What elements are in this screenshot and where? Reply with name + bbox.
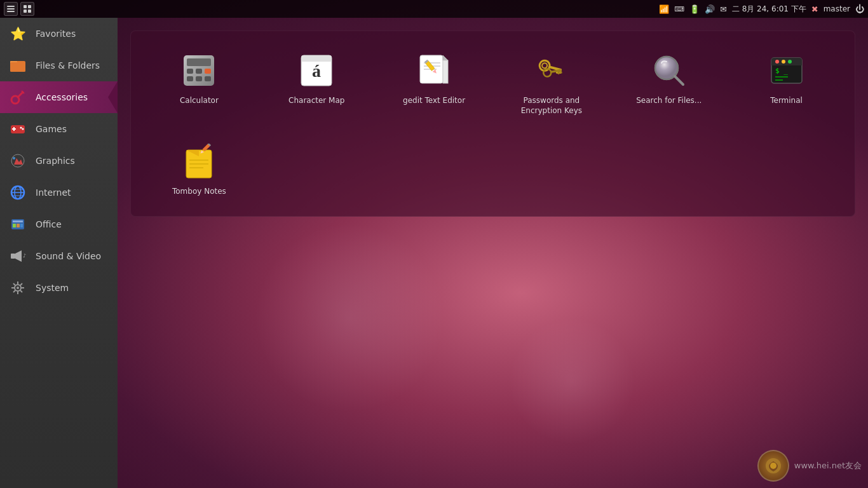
battery-icon: 🔋 xyxy=(689,4,700,14)
svg-point-80 xyxy=(775,60,779,64)
search-files-icon xyxy=(649,50,689,91)
svg-rect-1 xyxy=(7,8,15,10)
svg-line-40 xyxy=(20,290,22,292)
svg-rect-5 xyxy=(24,10,27,13)
svg-rect-29 xyxy=(20,224,23,227)
sidebar-item-office[interactable]: Office xyxy=(0,208,118,240)
app-item-search-files[interactable]: Search for Files... xyxy=(613,44,724,122)
svg-rect-28 xyxy=(17,224,20,227)
svg-point-19 xyxy=(13,157,15,159)
username: master xyxy=(824,4,850,13)
email-icon: ✉ xyxy=(720,4,727,14)
gedit-label: gedit Text Editor xyxy=(403,96,465,106)
sidebar-item-internet[interactable]: Internet xyxy=(0,177,118,208)
svg-rect-44 xyxy=(187,58,211,66)
power-button[interactable]: ⏻ xyxy=(855,4,864,14)
svg-rect-47 xyxy=(205,69,211,74)
sidebar-label-graphics: Graphics xyxy=(36,156,75,166)
svg-point-82 xyxy=(788,60,792,64)
top-panel-right: 📶 ⌨ 🔋 🔊 ✉ 二 8月 24, 6:01 下午 ✖ master ⏻ xyxy=(659,4,864,15)
sidebar-label-files: Files & Folders xyxy=(36,60,100,71)
svg-point-70 xyxy=(543,69,552,78)
search-files-label: Search for Files... xyxy=(636,96,702,106)
svg-point-81 xyxy=(782,60,785,64)
sidebar-item-accessories[interactable]: Accessories xyxy=(0,81,118,113)
sidebar-label-office: Office xyxy=(36,219,62,229)
files-folders-icon xyxy=(8,55,28,76)
sidebar-label-accessories: Accessories xyxy=(36,92,88,102)
watermark-logo xyxy=(757,450,789,482)
svg-rect-48 xyxy=(187,76,193,81)
svg-rect-49 xyxy=(196,76,202,81)
svg-rect-4 xyxy=(28,5,31,8)
app-grid-container: Calculator á Character Map xyxy=(130,30,855,217)
svg-point-34 xyxy=(17,287,19,289)
places-button[interactable] xyxy=(20,2,34,16)
watermark-url: www.hei.net友会 xyxy=(794,460,862,471)
svg-line-42 xyxy=(13,290,15,292)
svg-text:♪: ♪ xyxy=(23,253,26,259)
terminal-icon: $ _ xyxy=(766,50,807,91)
character-map-icon: á xyxy=(296,50,337,91)
sidebar-label-internet: Internet xyxy=(36,187,71,198)
graphics-icon xyxy=(8,151,28,171)
keyboard-icon: ⌨ xyxy=(674,5,684,13)
app-item-terminal[interactable]: $ _ Terminal xyxy=(731,44,842,122)
svg-point-17 xyxy=(22,128,24,130)
svg-text:$ _: $ _ xyxy=(775,67,788,75)
sound-video-icon: ♪ xyxy=(8,246,28,266)
sidebar: ⭐ Favorites Files & Folders Accessories xyxy=(0,18,118,488)
watermark: www.hei.net友会 xyxy=(757,450,862,482)
sidebar-item-sound-video[interactable]: ♪ Sound & Video xyxy=(0,240,118,272)
system-icon xyxy=(8,278,28,298)
sidebar-item-graphics[interactable]: Graphics xyxy=(0,145,118,177)
svg-rect-58 xyxy=(443,60,448,83)
volume-icon: 🔊 xyxy=(705,4,715,14)
svg-line-41 xyxy=(20,283,22,285)
office-icon xyxy=(8,214,28,234)
svg-rect-45 xyxy=(187,69,193,74)
svg-point-66 xyxy=(541,62,548,69)
svg-rect-6 xyxy=(28,10,31,13)
svg-line-11 xyxy=(18,92,23,97)
gedit-icon xyxy=(414,50,454,91)
app-item-tomboy-notes[interactable]: Tomboy Notes xyxy=(144,135,255,203)
app-item-character-map[interactable]: á Character Map xyxy=(261,44,372,122)
calculator-icon xyxy=(179,50,219,91)
main-content: Calculator á Character Map xyxy=(118,18,868,488)
app-menu-button[interactable] xyxy=(4,2,18,16)
sidebar-item-favorites[interactable]: ⭐ Favorites xyxy=(0,18,118,50)
calculator-label: Calculator xyxy=(180,96,219,106)
games-icon xyxy=(8,119,28,139)
tomboy-notes-label: Tomboy Notes xyxy=(172,187,226,197)
app-item-calculator[interactable]: Calculator xyxy=(144,44,255,122)
svg-rect-15 xyxy=(12,128,16,130)
svg-rect-30 xyxy=(11,254,15,259)
sidebar-item-games[interactable]: Games xyxy=(0,113,118,145)
top-panel: 📶 ⌨ 🔋 🔊 ✉ 二 8月 24, 6:01 下午 ✖ master ⏻ xyxy=(0,0,868,18)
top-panel-left xyxy=(4,2,34,16)
sidebar-label-favorites: Favorites xyxy=(36,29,76,39)
tomboy-notes-icon xyxy=(179,141,219,182)
app-grid: Calculator á Character Map xyxy=(144,44,842,203)
svg-rect-9 xyxy=(10,62,25,72)
user-icon: ✖ xyxy=(811,4,818,14)
svg-rect-3 xyxy=(24,5,27,8)
app-item-gedit[interactable]: gedit Text Editor xyxy=(379,44,490,122)
svg-rect-50 xyxy=(205,76,211,81)
app-item-passwords[interactable]: Passwords and Encryption Keys xyxy=(496,44,607,122)
sidebar-label-games: Games xyxy=(36,124,67,134)
svg-line-39 xyxy=(13,283,15,285)
svg-marker-31 xyxy=(15,250,22,262)
internet-icon xyxy=(8,182,28,203)
svg-rect-2 xyxy=(7,11,15,12)
sidebar-item-files-folders[interactable]: Files & Folders xyxy=(0,50,118,81)
sidebar-label-system: System xyxy=(36,283,69,293)
svg-line-76 xyxy=(675,76,683,85)
passwords-label: Passwords and Encryption Keys xyxy=(521,96,582,116)
terminal-label: Terminal xyxy=(770,96,803,106)
svg-rect-0 xyxy=(7,6,15,7)
favorites-icon: ⭐ xyxy=(8,24,28,44)
character-map-label: Character Map xyxy=(288,96,344,106)
sidebar-item-system[interactable]: System xyxy=(0,272,118,304)
